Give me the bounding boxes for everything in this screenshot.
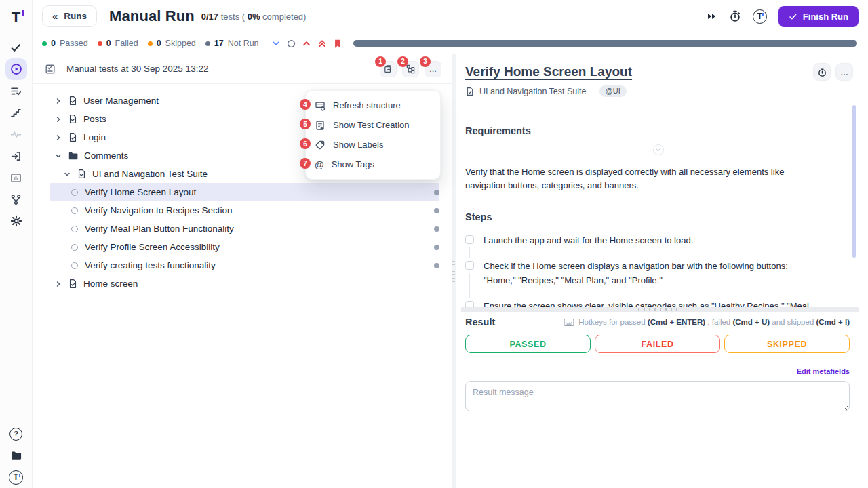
file-check-icon bbox=[465, 87, 475, 96]
failed-button[interactable]: FAILED bbox=[595, 335, 720, 353]
timer-icon[interactable] bbox=[729, 10, 741, 22]
stat-failed: 0Failed bbox=[98, 39, 138, 48]
sidebar-item-settings[interactable] bbox=[5, 210, 27, 232]
tree-test-verify-profile-accessibility[interactable]: Verify Profile Screen Accessibility bbox=[50, 238, 439, 256]
test-more-button[interactable]: ... bbox=[835, 63, 853, 81]
menu-item-label: Show Tags bbox=[332, 159, 374, 169]
tag-icon bbox=[315, 140, 326, 150]
sidebar-item-steps[interactable] bbox=[5, 102, 27, 123]
step-item: Check if the Home screen displays a navi… bbox=[465, 260, 814, 300]
play-circle-icon bbox=[10, 63, 22, 75]
test-result-dot-icon[interactable] bbox=[434, 208, 439, 214]
help-icon: ? bbox=[9, 428, 22, 441]
finish-run-button[interactable]: Finish Run bbox=[778, 6, 859, 27]
tour-badge-5: 5 bbox=[300, 119, 311, 129]
gear-icon bbox=[10, 215, 22, 227]
test-result-dot-icon[interactable] bbox=[434, 190, 439, 195]
requirements-text: Verify that the Home screen is displayed… bbox=[465, 165, 814, 192]
step-checkbox[interactable] bbox=[465, 301, 474, 307]
chevron-right-icon[interactable] bbox=[54, 280, 62, 288]
sidebar-item-test-plans[interactable] bbox=[5, 80, 27, 102]
menu-item-show-test-creation[interactable]: 5 Show Test Creation bbox=[306, 115, 440, 135]
chevron-down-icon[interactable] bbox=[63, 170, 71, 178]
tree-item-label: Comments bbox=[84, 150, 128, 161]
import-icon bbox=[10, 150, 22, 162]
chevrons-up-icon[interactable] bbox=[317, 39, 327, 48]
steps-list: Launch the app and wait for the Home scr… bbox=[465, 234, 848, 307]
sidebar: T bbox=[0, 0, 33, 488]
suite-name[interactable]: UI and Navigation Test Suite bbox=[479, 87, 587, 96]
chevron-up-icon[interactable] bbox=[302, 39, 311, 48]
folder-icon bbox=[10, 449, 22, 462]
sidebar-item-import[interactable] bbox=[5, 145, 27, 167]
splitter-grip-icon bbox=[452, 261, 455, 285]
tour-badge-1: 1 bbox=[375, 56, 386, 67]
stat-skipped: 0Skipped bbox=[148, 39, 196, 48]
app-logo-icon[interactable]: T bbox=[5, 5, 27, 30]
tree-item-label: Verify creating tests functionality bbox=[85, 260, 216, 270]
menu-item-show-labels[interactable]: 6 Show Labels bbox=[306, 135, 440, 155]
chevron-down-icon[interactable] bbox=[271, 39, 281, 48]
circle-outline-icon[interactable] bbox=[287, 39, 296, 48]
brand-logo-icon[interactable]: T bbox=[753, 9, 767, 24]
scrollbar-thumb[interactable] bbox=[852, 105, 856, 258]
file-check-icon bbox=[68, 96, 78, 106]
sidebar-item-checks[interactable] bbox=[5, 37, 27, 58]
back-to-runs-button[interactable]: « Runs bbox=[42, 5, 97, 27]
run-progress-bar bbox=[353, 40, 857, 47]
fast-forward-icon[interactable] bbox=[706, 11, 717, 22]
test-title[interactable]: Verify Home Screen Layout bbox=[465, 64, 632, 79]
panel-splitter-horizontal[interactable] bbox=[461, 307, 859, 312]
tree-item-label: Verify Home Screen Layout bbox=[85, 187, 196, 197]
app-root: T bbox=[0, 0, 868, 488]
at-sign-icon: @ bbox=[315, 159, 324, 170]
step-text: Check if the Home screen displays a navi… bbox=[484, 261, 788, 285]
git-branch-icon bbox=[10, 194, 22, 205]
tree-more-button[interactable]: 3 ... bbox=[425, 61, 441, 77]
timer-button[interactable] bbox=[813, 63, 831, 81]
sidebar-item-help[interactable]: ? bbox=[5, 423, 27, 445]
chevron-right-icon[interactable] bbox=[54, 134, 62, 142]
edit-metafields-link[interactable]: Edit metafields bbox=[797, 367, 850, 375]
finish-run-label: Finish Run bbox=[803, 12, 848, 22]
chevron-right-icon[interactable] bbox=[54, 97, 62, 105]
tree-item-label: UI and Navigation Test Suite bbox=[92, 169, 208, 179]
chevron-right-icon[interactable] bbox=[54, 115, 62, 123]
sidebar-item-projects[interactable] bbox=[5, 445, 27, 466]
tree-test-verify-home-screen-layout[interactable]: Verify Home Screen Layout bbox=[50, 183, 439, 201]
result-section: Result Hotkeys for passed (Cmd + ENTER) … bbox=[465, 317, 850, 414]
bookmark-icon[interactable] bbox=[333, 39, 342, 49]
tree-test-verify-creating-tests[interactable]: Verify creating tests functionality bbox=[50, 256, 439, 274]
step-item: Ensure the screen shows clear, visible c… bbox=[465, 300, 814, 307]
test-result-dot-icon[interactable] bbox=[434, 263, 439, 268]
step-text: Ensure the screen shows clear, visible c… bbox=[484, 301, 809, 307]
step-checkbox[interactable] bbox=[465, 235, 474, 244]
tree-item-label: Verify Meal Plan Button Functionality bbox=[85, 224, 234, 234]
collapse-toggle-icon[interactable] bbox=[653, 144, 664, 155]
sidebar-item-branches[interactable] bbox=[5, 188, 27, 210]
step-checkbox[interactable] bbox=[465, 261, 474, 270]
sidebar-item-pulse[interactable] bbox=[5, 123, 27, 145]
tree-header: Manual tests at 30 Sep 2025 13:22 1 2 3 … bbox=[33, 54, 452, 84]
test-result-dot-icon[interactable] bbox=[434, 226, 439, 232]
sidebar-item-runs[interactable] bbox=[5, 58, 27, 80]
run-status-bar: 0Passed 0Failed 0Skipped 17Not Run bbox=[33, 33, 868, 54]
sidebar-item-analytics[interactable] bbox=[5, 167, 27, 188]
result-message-input[interactable] bbox=[465, 381, 850, 411]
passed-button[interactable]: PASSED bbox=[465, 335, 591, 353]
tree-structure-button[interactable]: 2 bbox=[402, 61, 419, 77]
chevron-down-icon[interactable] bbox=[54, 152, 62, 160]
duplicate-suite-button[interactable]: 1 bbox=[380, 61, 397, 77]
tree-suite-home-screen[interactable]: Home screen bbox=[50, 274, 439, 293]
menu-item-refresh-structure[interactable]: 4 Refresh structure bbox=[306, 96, 440, 115]
page-title: Manual Run bbox=[109, 7, 195, 25]
back-to-runs-label: Runs bbox=[64, 11, 87, 21]
tree-test-verify-navigation-recipes[interactable]: Verify Navigation to Recipes Section bbox=[50, 201, 439, 220]
menu-item-show-tags[interactable]: 7 @ Show Tags bbox=[306, 155, 440, 174]
skipped-button[interactable]: SKIPPED bbox=[724, 335, 850, 353]
test-result-dot-icon[interactable] bbox=[434, 245, 439, 250]
test-status-circle-icon bbox=[71, 262, 78, 269]
tree-test-verify-meal-plan-button[interactable]: Verify Meal Plan Button Functionality bbox=[50, 220, 439, 238]
sidebar-item-account[interactable]: T bbox=[5, 466, 27, 488]
tag-badge[interactable]: @UI bbox=[599, 85, 627, 97]
